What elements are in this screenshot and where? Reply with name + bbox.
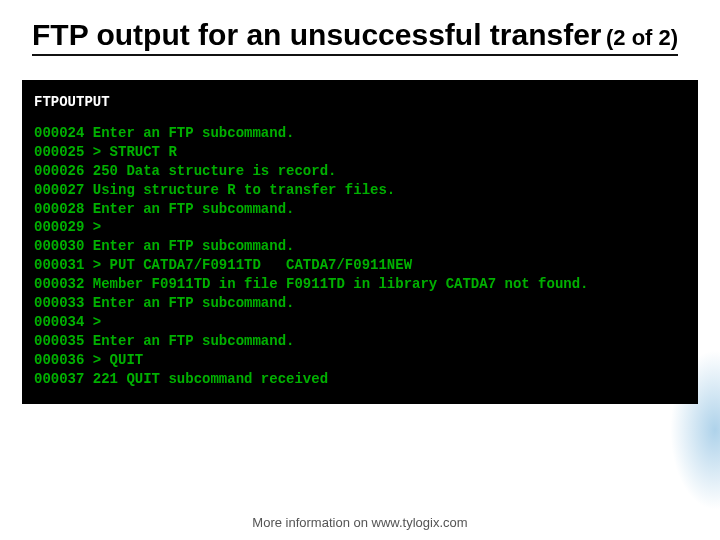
terminal-line: 000034 > [34, 313, 686, 332]
terminal-heading: FTPOUTPUT [34, 94, 686, 110]
terminal-line: 000031 > PUT CATDA7/F0911TD CATDA7/F0911… [34, 256, 686, 275]
terminal-line: 000035 Enter an FTP subcommand. [34, 332, 686, 351]
terminal-output: 000024 Enter an FTP subcommand.000025 > … [34, 124, 686, 388]
terminal-line: 000029 > [34, 218, 686, 237]
terminal-line: 000036 > QUIT [34, 351, 686, 370]
slide-title-block: FTP output for an unsuccessful transfer … [0, 0, 720, 56]
terminal-line: 000026 250 Data structure is record. [34, 162, 686, 181]
terminal-panel: FTPOUTPUT 000024 Enter an FTP subcommand… [22, 80, 698, 404]
terminal-line: 000032 Member F0911TD in file F0911TD in… [34, 275, 686, 294]
terminal-line: 000030 Enter an FTP subcommand. [34, 237, 686, 256]
terminal-line: 000027 Using structure R to transfer fil… [34, 181, 686, 200]
terminal-line: 000025 > STRUCT R [34, 143, 686, 162]
slide-title-main: FTP output for an unsuccessful transfer [32, 18, 602, 51]
slide-title-sub: (2 of 2) [606, 25, 678, 50]
terminal-line: 000037 221 QUIT subcommand received [34, 370, 686, 389]
slide-footer: More information on www.tylogix.com [0, 515, 720, 530]
terminal-line: 000028 Enter an FTP subcommand. [34, 200, 686, 219]
terminal-line: 000033 Enter an FTP subcommand. [34, 294, 686, 313]
terminal-line: 000024 Enter an FTP subcommand. [34, 124, 686, 143]
